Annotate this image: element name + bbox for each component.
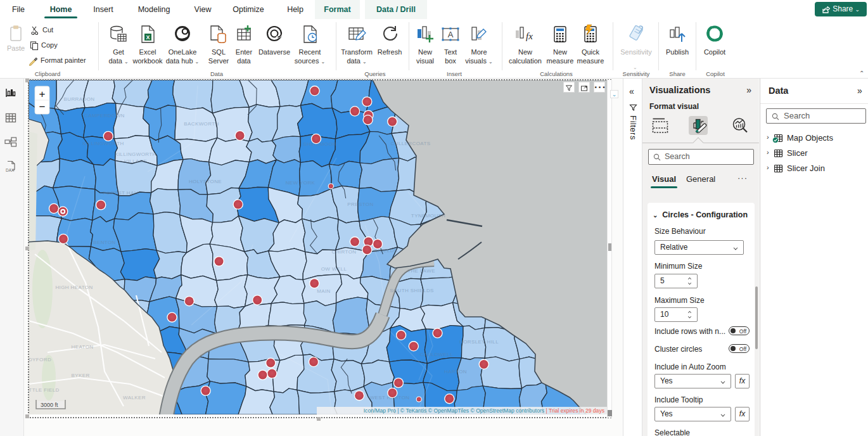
svg-text:BURRADON: BURRADON xyxy=(64,96,95,102)
svg-text:FOREST HALL: FOREST HALL xyxy=(103,190,141,196)
svg-text:CULLERCOATS: CULLERCOATS xyxy=(391,141,431,146)
svg-text:BACKWORTH: BACKWORTH xyxy=(184,121,219,127)
svg-text:CAULDWELL: CAULDWELL xyxy=(420,352,454,357)
svg-text:3000 ft: 3000 ft xyxy=(41,402,58,408)
svg-text:OW WELL: OW WELL xyxy=(321,266,347,272)
svg-text:PRESTON: PRESTON xyxy=(347,202,373,207)
svg-text:VILLAGE: VILLAGE xyxy=(124,158,147,164)
svg-text:DAX: DAX xyxy=(6,168,15,172)
svg-text:−: − xyxy=(39,101,46,113)
svg-text:NEW YORK: NEW YORK xyxy=(286,180,316,186)
svg-text:BYKER: BYKER xyxy=(71,373,89,378)
svg-text:+: + xyxy=(39,88,46,100)
svg-text:HOLYSTONE: HOLYSTONE xyxy=(189,179,222,184)
svg-text:ATTLE FIELD: ATTLE FIELD xyxy=(29,387,60,393)
svg-text:DYFORD: DYFORD xyxy=(29,357,51,362)
svg-text:HORSLEY HILL: HORSLEY HILL xyxy=(459,339,499,345)
svg-text:fx: fx xyxy=(526,31,533,41)
svg-text:HIGH HEATON: HIGH HEATON xyxy=(55,285,93,290)
svg-text:SOUTH SHIELDS: SOUTH SHIELDS xyxy=(390,288,434,293)
svg-text:CHIRTON: CHIRTON xyxy=(332,249,357,255)
svg-text:MAIN: MAIN xyxy=(317,288,331,294)
svg-text:A: A xyxy=(448,30,454,39)
svg-text:HARTON: HARTON xyxy=(444,369,467,375)
svg-text:Icon/Map Pro | © TeKantis © Op: Icon/Map Pro | © TeKantis © OpenMapTiles… xyxy=(364,407,604,414)
svg-text:X: X xyxy=(146,34,150,41)
svg-text:HEATON: HEATON xyxy=(72,344,94,350)
svg-text:THE LAWE: THE LAWE xyxy=(407,268,435,274)
svg-text:KILLINGWORTH: KILLINGWORTH xyxy=(115,151,156,157)
svg-text:WALKER: WALKER xyxy=(123,395,146,401)
svg-text:CAMPERDOWN: CAMPERDOWN xyxy=(84,113,125,119)
svg-text:BENTON: BENTON xyxy=(93,240,116,245)
svg-text:KILLINGWORTH: KILLINGWORTH xyxy=(82,141,124,146)
svg-text:TYNEMOUTH: TYNEMOUTH xyxy=(411,213,445,219)
